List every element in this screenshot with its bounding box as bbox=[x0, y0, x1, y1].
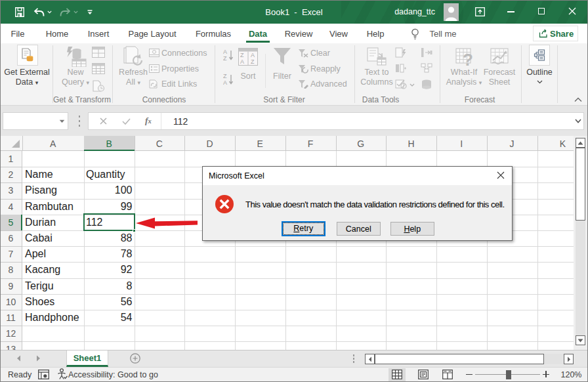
svg-text:Z: Z bbox=[223, 55, 227, 62]
svg-text:Z: Z bbox=[240, 52, 244, 58]
svg-text:Z: Z bbox=[251, 58, 255, 65]
svg-text:A: A bbox=[240, 58, 244, 65]
svg-text:?: ? bbox=[463, 50, 473, 66]
svg-text:Z: Z bbox=[223, 73, 227, 79]
svg-text:A: A bbox=[223, 49, 227, 55]
svg-text:A: A bbox=[223, 79, 227, 86]
svg-text:A: A bbox=[251, 52, 255, 58]
